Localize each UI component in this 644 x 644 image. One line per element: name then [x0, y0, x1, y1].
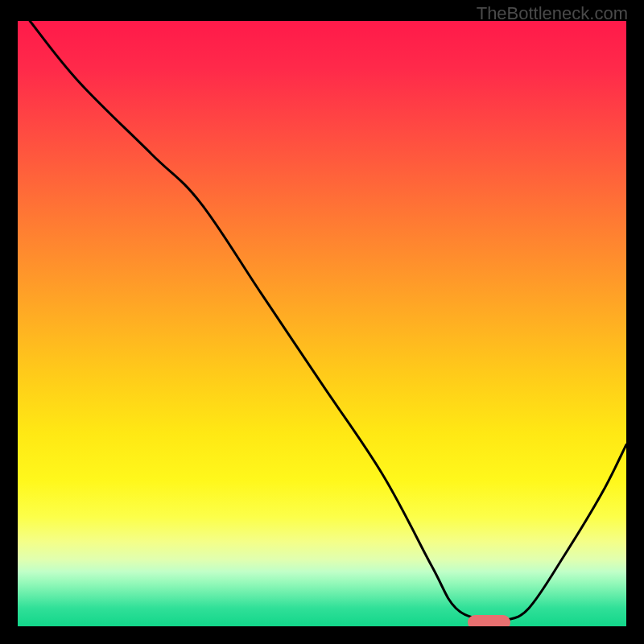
watermark-text: TheBottleneck.com [477, 3, 628, 24]
optimal-range-marker [468, 615, 510, 626]
bottleneck-curve [18, 21, 626, 626]
chart-plot-area [18, 21, 626, 626]
